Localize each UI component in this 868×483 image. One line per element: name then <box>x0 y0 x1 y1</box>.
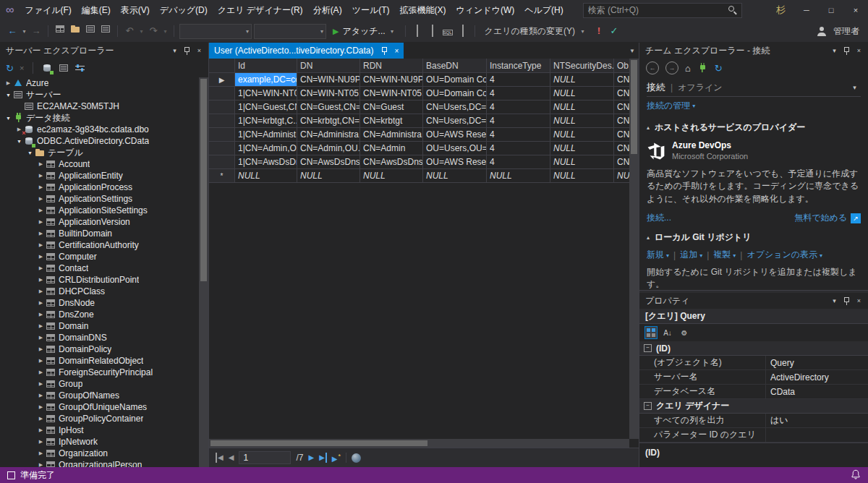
collapse-chevron-icon[interactable]: ▴ <box>647 124 650 131</box>
sql-pane-icon[interactable]: SQL <box>441 24 454 38</box>
grid-cell[interactable]: NULL <box>297 169 360 183</box>
feedback-person-icon[interactable] <box>817 26 827 36</box>
row-header[interactable] <box>209 87 235 101</box>
collapsed-arrow-icon[interactable]: ▶ <box>36 358 46 364</box>
property-value[interactable]: Query <box>766 356 868 369</box>
collapsed-arrow-icon[interactable]: ▶ <box>4 80 13 86</box>
execute-sql-icon[interactable]: ! <box>592 24 605 38</box>
pin-icon[interactable] <box>843 296 851 306</box>
expanded-arrow-icon[interactable]: ▼ <box>25 150 35 155</box>
property-row[interactable]: すべての列を出力はい <box>639 414 868 428</box>
property-pages-icon[interactable]: ⚙ <box>678 326 691 339</box>
window-position-chevron-icon[interactable]: ▾ <box>828 295 841 307</box>
tree-item[interactable]: ▶Domain <box>0 320 199 332</box>
grid-cell[interactable]: NULL <box>550 73 614 87</box>
property-category[interactable]: −(ID) <box>639 341 868 356</box>
collapsed-arrow-icon[interactable]: ▶ <box>36 335 46 341</box>
new-query-icon[interactable] <box>54 24 67 38</box>
collapsed-arrow-icon[interactable]: ▶ <box>36 462 46 467</box>
search-box[interactable] <box>583 3 742 18</box>
alphabetical-sort-icon[interactable]: A↓ <box>661 326 674 339</box>
property-value[interactable] <box>766 428 868 442</box>
grid-cell[interactable]: example,DC=com <box>235 73 297 87</box>
menu-item[interactable]: 表示(V) <box>116 0 155 20</box>
property-row[interactable]: データベース名CData <box>639 385 868 399</box>
column-header[interactable]: Ob <box>614 59 629 73</box>
tree-item[interactable]: ▶Group <box>0 378 199 390</box>
grid-cell[interactable]: CN=Guest <box>360 101 423 114</box>
collapsed-arrow-icon[interactable]: ▶ <box>36 300 46 306</box>
pin-icon[interactable] <box>380 46 388 56</box>
navigate-forward-icon[interactable]: → <box>30 24 43 38</box>
close-panel-icon[interactable]: × <box>193 45 205 56</box>
pin-icon[interactable] <box>843 46 851 56</box>
grid-cell[interactable]: CN <box>614 128 629 142</box>
collapsed-arrow-icon[interactable]: ▶ <box>36 346 46 352</box>
navigate-forward-icon[interactable]: → <box>665 61 678 74</box>
add-new-row-button[interactable]: ▶* <box>332 451 341 464</box>
grid-cell[interactable]: NULL <box>614 169 629 183</box>
start-free-link[interactable]: 無料で始める <box>794 212 847 224</box>
tree-item[interactable]: ▶Azure <box>0 77 199 89</box>
tree-item[interactable]: ▶ForeignSecurityPrincipal <box>0 367 199 378</box>
tree-item[interactable]: ▶Contact <box>0 262 199 274</box>
tree-item[interactable]: ▶ApplicationSiteSettings <box>0 205 199 216</box>
grid-cell[interactable]: NULL <box>550 87 614 101</box>
collapsed-arrow-icon[interactable]: ▶ <box>36 393 46 398</box>
tree-item[interactable]: ▼サーバー <box>0 89 199 101</box>
redo-icon[interactable]: ↷ <box>147 24 160 38</box>
grid-cell[interactable]: NULL <box>550 155 614 169</box>
grid-cell[interactable]: NULL <box>487 169 550 183</box>
external-link-icon[interactable]: ↗ <box>851 213 861 223</box>
page-chevron-icon[interactable]: ▾ <box>848 82 861 93</box>
collapsed-arrow-icon[interactable]: ▶ <box>36 265 46 271</box>
tree-item[interactable]: ▶DnsNode <box>0 297 199 309</box>
menu-item[interactable]: 編集(E) <box>77 0 116 20</box>
collapsed-arrow-icon[interactable]: ▶ <box>36 416 46 422</box>
undo-chevron-icon[interactable]: ▾ <box>138 28 145 35</box>
property-row[interactable]: パラメーター ID のクエリ <box>639 428 868 443</box>
collapsed-arrow-icon[interactable]: ▶ <box>36 161 46 167</box>
grid-cell[interactable]: OU=Domain Co... <box>423 73 487 87</box>
grid-cell[interactable]: CN=WIN-NU9P... <box>297 73 360 87</box>
hosted-providers-section-header[interactable]: ▴ ホストされるサービスのプロバイダー <box>647 121 861 134</box>
stop-refresh-icon[interactable]: × <box>20 64 24 72</box>
grid-cell[interactable]: CN=krbtgt,CN=... <box>297 114 360 128</box>
diagram-pane-icon[interactable] <box>411 24 424 38</box>
git-link[interactable]: 新規▾ <box>647 249 669 261</box>
tree-item[interactable]: ▼ODBC.ActiveDirectory.CData <box>0 135 199 147</box>
move-first-button[interactable]: ◀ <box>216 453 224 463</box>
menu-item[interactable]: ファイル(F) <box>20 0 76 20</box>
collapsed-arrow-icon[interactable]: ▶ <box>36 254 46 260</box>
collapsed-arrow-icon[interactable]: ▶ <box>36 427 46 433</box>
collapsed-arrow-icon[interactable]: ▶ <box>36 288 46 294</box>
grid-cell[interactable]: CN=AwsDsDns... <box>297 155 360 169</box>
tree-item[interactable]: ▼データ接続 <box>0 112 199 124</box>
collapse-box-icon[interactable]: − <box>644 402 652 410</box>
expanded-arrow-icon[interactable]: ▼ <box>14 139 24 144</box>
collapsed-arrow-icon[interactable]: ▶ <box>36 242 46 248</box>
property-value[interactable]: ActiveDirectory <box>766 370 868 384</box>
record-position-input[interactable] <box>239 451 291 464</box>
expanded-arrow-icon[interactable]: ▼ <box>4 116 13 121</box>
change-query-type-dropdown[interactable]: クエリの種類の変更(Y) ▾ <box>480 25 590 38</box>
menu-item[interactable]: 拡張機能(X) <box>395 0 451 20</box>
menu-item[interactable]: ウィンドウ(W) <box>451 0 520 20</box>
collapsed-arrow-icon[interactable]: ▶ <box>36 369 46 375</box>
collapsed-arrow-icon[interactable]: ▶ <box>36 219 46 225</box>
grid-cell[interactable]: 4 <box>487 101 550 114</box>
undo-icon[interactable]: ↶ <box>123 24 136 38</box>
menu-item[interactable]: 分析(A) <box>308 0 347 20</box>
redo-chevron-icon[interactable]: ▾ <box>162 28 169 35</box>
toolbar-combo-1[interactable]: ▾ <box>179 24 252 39</box>
row-header[interactable]: * <box>209 169 235 183</box>
collapsed-arrow-icon[interactable]: ▶ <box>36 381 46 387</box>
row-header[interactable] <box>209 114 235 128</box>
tree-item[interactable]: ▶IpHost <box>0 424 199 436</box>
git-link[interactable]: 複製▾ <box>713 249 736 261</box>
tree-item[interactable]: ▶CertificationAuthority <box>0 239 199 251</box>
close-tab-icon[interactable]: × <box>395 47 399 55</box>
categorized-view-icon[interactable] <box>644 326 658 339</box>
collapsed-arrow-icon[interactable]: ▶ <box>36 404 46 410</box>
refresh-icon[interactable]: ↻ <box>6 63 14 74</box>
